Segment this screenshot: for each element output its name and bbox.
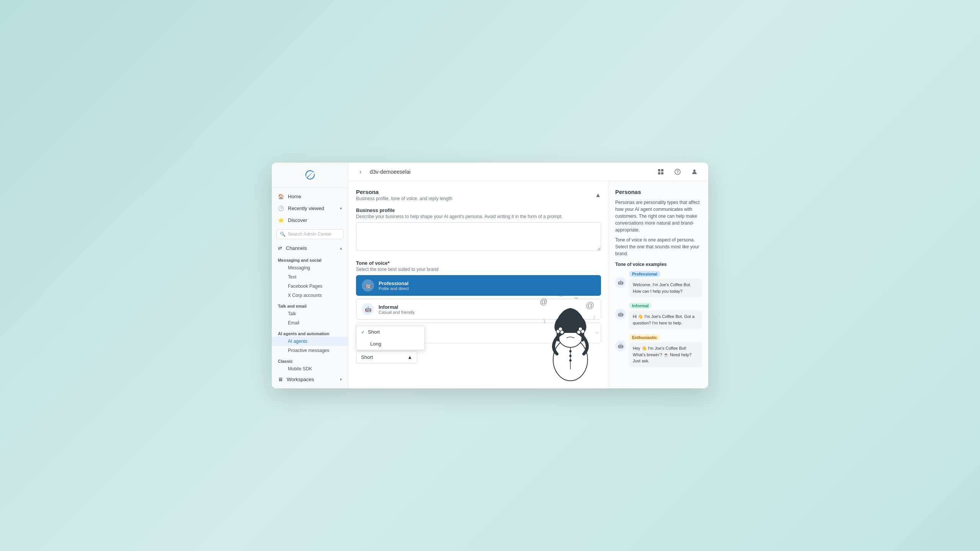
persona-form: Persona Business profile, tone of voice,… (348, 181, 609, 388)
sidebar-item-talk[interactable]: Talk (272, 309, 348, 318)
sidebar-item-facebook-pages[interactable]: Facebook Pages (272, 282, 348, 291)
sidebar-navigation: 🏠 Home 🕐 Recently viewed ▾ ⭐ Discover 🔍 (272, 187, 348, 388)
persona-badge-enthusiastic: Enthusiastic (629, 334, 660, 341)
tone-of-voice-label: Tone of voice* (356, 260, 601, 266)
svg-text:?: ? (676, 170, 679, 174)
reply-length-dropdown-button[interactable]: Short ▲ (356, 351, 417, 364)
persona-badge-professional: Professional (629, 271, 660, 277)
sidebar-item-x-corp[interactable]: X Corp accounts (272, 291, 348, 300)
dropdown-item-short-label: Short (368, 329, 380, 335)
persona-example-content-enthusiastic: Enthusiastic Hey 👋 I'm Joe's Coffee Bot!… (629, 334, 702, 367)
sidebar-recently-viewed-label: Recently viewed (288, 205, 324, 211)
persona-example-avatar-enthusiastic: 🤖 (615, 341, 626, 351)
sidebar-item-discover[interactable]: ⭐ Discover (272, 214, 348, 226)
sidebar-discover-label: Discover (288, 217, 307, 223)
sidebar-item-email[interactable]: Email (272, 318, 348, 328)
classic-group: Classic (272, 357, 348, 364)
persona-example-content-informal: Informal Hi 👋 I'm Joe's Coffee Bot. Got … (629, 302, 702, 329)
personas-panel-desc1: Personas are personality types that affe… (615, 199, 702, 233)
business-profile-description: Describe your business to help shape you… (356, 214, 601, 219)
tone-option-professional[interactable]: 🤖 Professional Polite and direct (356, 275, 601, 296)
business-profile-textarea[interactable] (356, 222, 601, 251)
home-icon: 🏠 (278, 194, 284, 199)
personas-panel-desc2: Tone of voice is one aspect of persona. … (615, 236, 702, 257)
tone-name-professional: Professional (379, 280, 409, 286)
help-icon-button[interactable]: ? (671, 166, 684, 178)
sidebar-item-recently-viewed[interactable]: 🕐 Recently viewed ▾ (272, 202, 348, 214)
tone-of-voice-description: Select the tone best suited to your bran… (356, 267, 601, 272)
persona-example-bubble-professional: Welcome. I'm Joe's Coffee Bot. How can I… (629, 279, 702, 297)
persona-header: Persona Business profile, tone of voice,… (356, 189, 601, 201)
sidebar-item-proactive-messages[interactable]: Proactive messages (272, 346, 348, 355)
check-icon: ✓ (361, 329, 365, 335)
sidebar-item-home[interactable]: 🏠 Home (272, 191, 348, 202)
persona-example-professional: 🤖 Professional Welcome. I'm Joe's Coffee… (615, 270, 702, 297)
sidebar-home-label: Home (288, 194, 301, 199)
tone-name-informal: Informal (379, 304, 415, 310)
tone-desc-professional: Polite and direct (379, 286, 409, 291)
dropdown-item-long[interactable]: Long (356, 338, 425, 350)
channels-children: Messaging and social Messaging Text Face… (272, 256, 348, 373)
main-area: ‹ d3v-demoeeselai ? (348, 163, 708, 388)
persona-collapse-button[interactable]: ▲ (595, 192, 601, 199)
sidebar: 🏠 Home 🕐 Recently viewed ▾ ⭐ Discover 🔍 (272, 163, 348, 388)
content-area: Persona Business profile, tone of voice,… (348, 181, 708, 388)
search-container: 🔍 (272, 226, 348, 242)
persona-example-enthusiastic: 🤖 Enthusiastic Hey 👋 I'm Joe's Coffee Bo… (615, 334, 702, 367)
channels-icon: ⇄ (278, 245, 282, 251)
persona-example-bubble-enthusiastic: Hey 👋 I'm Joe's Coffee Bot! What's brewi… (629, 342, 702, 367)
svg-rect-0 (658, 169, 660, 171)
search-input[interactable] (288, 231, 340, 237)
persona-subtitle: Business profile, tone of voice, and rep… (356, 196, 452, 201)
talk-email-group: Talk and email (272, 302, 348, 309)
persona-badge-informal: Informal (629, 303, 652, 309)
dropdown-item-long-label: Long (370, 341, 381, 347)
persona-title: Persona (356, 189, 452, 195)
topbar-title: d3v-demoeeselai (370, 169, 411, 175)
grid-icon-button[interactable] (655, 166, 667, 178)
sidebar-logo (272, 163, 348, 187)
svg-rect-1 (661, 169, 663, 171)
messaging-social-group: Messaging and social (272, 256, 348, 263)
svg-rect-2 (658, 172, 660, 174)
search-icon: 🔍 (280, 231, 286, 237)
persona-example-informal: 🤖 Informal Hi 👋 I'm Joe's Coffee Bot. Go… (615, 302, 702, 329)
reply-length-value: Short (361, 354, 373, 360)
persona-example-bubble-informal: Hi 👋 I'm Joe's Coffee Bot. Got a questio… (629, 310, 702, 329)
reply-length-section: ✓ Short Long Short ▲ (356, 351, 601, 364)
topbar: ‹ d3v-demoeeselai ? (348, 163, 708, 181)
chevron-up-icon: ▴ (340, 246, 342, 250)
persona-example-avatar-professional: 🤖 (615, 277, 626, 288)
tone-avatar-informal: 🤖 (362, 303, 374, 315)
chevron-up-icon-dropdown: ▲ (407, 354, 412, 360)
reply-length-dropdown: ✓ Short Long Short ▲ (356, 351, 417, 364)
sidebar-item-workspaces[interactable]: 🖥 Workspaces ▾ (272, 373, 348, 385)
svg-point-6 (693, 170, 696, 172)
business-profile-label: Business profile (356, 207, 601, 213)
tone-examples-title: Tone of voice examples (615, 262, 702, 267)
chevron-down-icon-workspaces: ▾ (340, 377, 342, 381)
sidebar-item-channels[interactable]: ⇄ Channels ▴ (272, 242, 348, 254)
reply-length-popup: ✓ Short Long (356, 326, 425, 350)
tone-option-informal[interactable]: 🤖 Informal Casual and friendly (356, 299, 601, 320)
persona-example-avatar-informal: 🤖 (615, 309, 626, 320)
tone-avatar-professional: 🤖 (362, 279, 374, 292)
sidebar-item-messaging[interactable]: Messaging (272, 263, 348, 272)
search-input-wrap: 🔍 (276, 229, 343, 239)
personas-panel: Personas Personas are personality types … (609, 181, 708, 388)
user-icon-button[interactable] (688, 166, 701, 178)
sidebar-item-objects-rules[interactable]: ⚙ Objects and rules ▾ (272, 385, 348, 388)
sidebar-collapse-button[interactable]: ‹ (356, 167, 365, 176)
tone-desc-informal: Casual and friendly (379, 310, 415, 315)
sidebar-channels-label: Channels (286, 245, 307, 251)
topbar-actions: ? (655, 166, 701, 178)
personas-panel-title: Personas (615, 189, 702, 195)
sidebar-item-mobile-sdk[interactable]: Mobile SDK (272, 364, 348, 373)
star-icon: ⭐ (278, 217, 284, 223)
sidebar-item-text[interactable]: Text (272, 272, 348, 282)
chevron-down-icon: ▾ (340, 206, 342, 210)
sidebar-item-ai-agents[interactable]: AI agents (272, 337, 348, 346)
business-profile-section: Business profile Describe your business … (356, 207, 601, 253)
svg-rect-3 (661, 172, 663, 174)
dropdown-item-short[interactable]: ✓ Short (356, 326, 425, 338)
